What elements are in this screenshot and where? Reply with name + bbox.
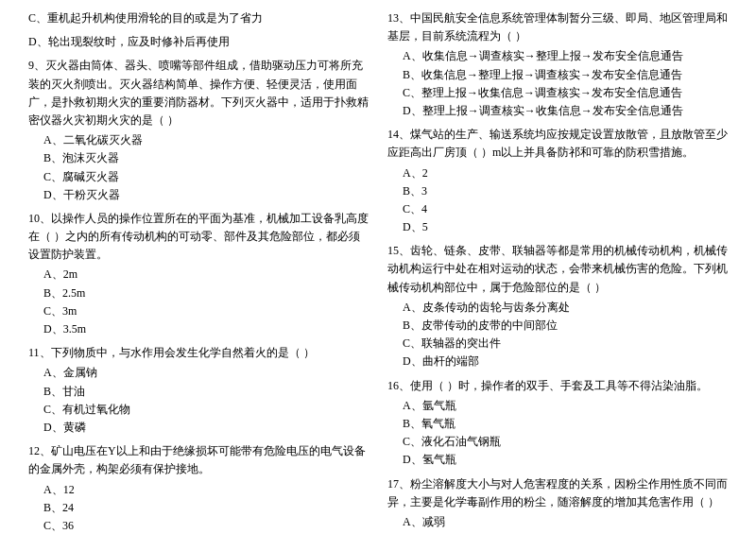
right-column: 13、中国民航安全信息系统管理体制暂分三级、即局、地区管理局和基层，目前系统流程… [387, 9, 728, 534]
question-block-q10: 10、以操作人员的操作位置所在的平面为基准，机械加工设备乳高度在（ ）之内的所有… [28, 210, 369, 338]
question-block-q9: 9、灭火器由筒体、器头、喷嘴等部件组成，借助驱动压力可将所充装的灭火剂喷出。灭火… [28, 57, 369, 204]
option-q14-2: C、4 [387, 200, 728, 218]
option-q9-3: D、干粉灭火器 [28, 186, 369, 204]
option-q16-1: B、氧气瓶 [387, 415, 728, 433]
option-q14-3: D、5 [387, 218, 728, 236]
option-q16-3: D、氢气瓶 [387, 451, 728, 469]
question-text: C、重机起升机构使用滑轮的目的或是为了省力 [28, 9, 369, 27]
option-q11-1: B、甘油 [28, 383, 369, 401]
option-q12-0: A、12 [28, 481, 369, 499]
option-q10-2: C、3m [28, 302, 369, 320]
option-q16-2: C、液化石油气钢瓶 [387, 433, 728, 451]
question-block-q14: 14、煤气站的生产、输送系统均应按规定设置放散管，且放散管至少应距高出厂房顶（ … [387, 126, 728, 236]
option-q13-2: C、整理上报→收集信息→调查核实→发布安全信息通告 [387, 84, 728, 102]
question-block-q12: 12、矿山电压在Y以上和由于绝缘损坏可能带有危险电压的电气设备的金属外壳，构架必… [28, 442, 369, 534]
question-text: 15、齿轮、链条、皮带、联轴器等都是常用的机械传动机构，机械传动机构运行中处在相… [387, 242, 728, 297]
page-container: C、重机起升机构使用滑轮的目的或是为了省力D、轮出现裂纹时，应及时修补后再使用9… [28, 9, 728, 534]
option-q13-1: B、收集信息→整理上报→调查核实→发布安全信息通告 [387, 66, 728, 84]
left-column: C、重机起升机构使用滑轮的目的或是为了省力D、轮出现裂纹时，应及时修补后再使用9… [28, 9, 369, 534]
question-text: 14、煤气站的生产、输送系统均应按规定设置放散管，且放散管至少应距高出厂房顶（ … [387, 126, 728, 162]
option-q15-1: B、皮带传动的皮带的中间部位 [387, 317, 728, 335]
option-q16-0: A、氩气瓶 [387, 397, 728, 415]
option-q15-0: A、皮条传动的齿轮与齿条分离处 [387, 299, 728, 317]
option-q11-2: C、有机过氧化物 [28, 401, 369, 419]
question-block-q11: 11、下列物质中，与水作用会发生化学自然着火的是（ ）A、金属钠B、甘油C、有机… [28, 344, 369, 437]
question-text: 11、下列物质中，与水作用会发生化学自然着火的是（ ） [28, 344, 369, 362]
question-text: 12、矿山电压在Y以上和由于绝缘损坏可能带有危险电压的电气设备的金属外壳，构架必… [28, 442, 369, 478]
option-q10-0: A、2m [28, 266, 369, 284]
option-q10-3: D、3.5m [28, 320, 369, 338]
question-text: 9、灭火器由筒体、器头、喷嘴等部件组成，借助驱动压力可将所充装的灭火剂喷出。灭火… [28, 57, 369, 129]
two-column-layout: C、重机起升机构使用滑轮的目的或是为了省力D、轮出现裂纹时，应及时修补后再使用9… [28, 9, 728, 534]
option-q14-0: A、2 [387, 164, 728, 182]
option-q17-0: A、减弱 [387, 513, 728, 531]
option-q15-3: D、曲杆的端部 [387, 353, 728, 370]
question-text: 16、使用（ ）时，操作者的双手、手套及工具等不得沾染油脂。 [387, 377, 728, 395]
question-block-q16: 16、使用（ ）时，操作者的双手、手套及工具等不得沾染油脂。A、氩气瓶B、氧气瓶… [387, 377, 728, 470]
option-q14-1: B、3 [387, 182, 728, 200]
option-q11-3: D、黄磷 [28, 419, 369, 437]
question-text: 13、中国民航安全信息系统管理体制暂分三级、即局、地区管理局和基层，目前系统流程… [387, 9, 728, 45]
option-q13-0: A、收集信息→调查核实→整理上报→发布安全信息通告 [387, 47, 728, 65]
question-text: D、轮出现裂纹时，应及时修补后再使用 [28, 33, 369, 51]
question-block-q13: 13、中国民航安全信息系统管理体制暂分三级、即局、地区管理局和基层，目前系统流程… [387, 9, 728, 120]
question-block-q17: 17、粉尘溶解度大小与对人危害程度的关系，因粉尘作用性质不同而异，主要是化学毒副… [387, 475, 728, 532]
question-text: 10、以操作人员的操作位置所在的平面为基准，机械加工设备乳高度在（ ）之内的所有… [28, 210, 369, 265]
question-block-q-c-note: C、重机起升机构使用滑轮的目的或是为了省力 [28, 9, 369, 27]
option-q12-1: B、24 [28, 499, 369, 517]
option-q10-1: B、2.5m [28, 284, 369, 302]
option-q9-1: B、泡沫灭火器 [28, 149, 369, 167]
question-text: 17、粉尘溶解度大小与对人危害程度的关系，因粉尘作用性质不同而异，主要是化学毒副… [387, 475, 728, 511]
option-q13-3: D、整理上报→调查核实→收集信息→发布安全信息通告 [387, 102, 728, 120]
question-block-q-d-note: D、轮出现裂纹时，应及时修补后再使用 [28, 33, 369, 51]
option-q9-0: A、二氧化碳灭火器 [28, 131, 369, 149]
option-q15-2: C、联轴器的突出件 [387, 335, 728, 353]
option-q12-2: C、36 [28, 517, 369, 534]
question-block-q15: 15、齿轮、链条、皮带、联轴器等都是常用的机械传动机构，机械传动机构运行中处在相… [387, 242, 728, 370]
option-q9-2: C、腐碱灭火器 [28, 168, 369, 186]
option-q11-0: A、金属钠 [28, 364, 369, 382]
